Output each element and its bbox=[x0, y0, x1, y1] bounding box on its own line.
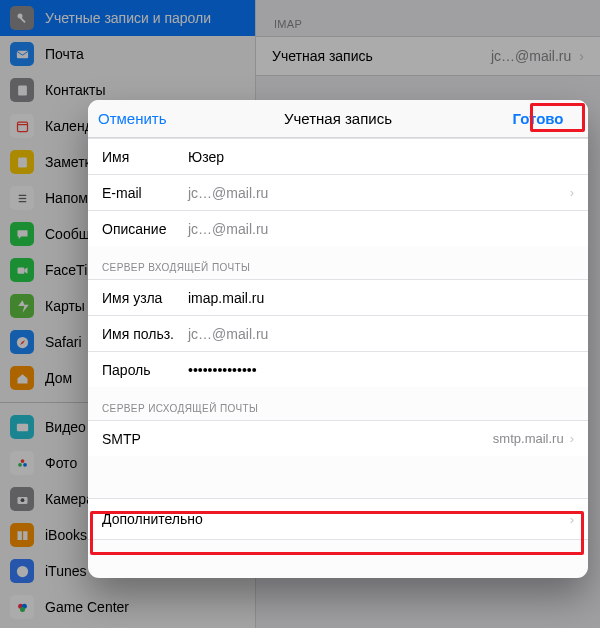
incoming-user-label: Имя польз. bbox=[102, 326, 188, 342]
incoming-header: СЕРВЕР ВХОДЯЩЕЙ ПОЧТЫ bbox=[88, 246, 588, 279]
field-incoming-host[interactable]: Имя узла imap.mail.ru bbox=[88, 279, 588, 315]
sheet-navbar: Отменить Учетная запись Готово bbox=[88, 100, 588, 138]
field-incoming-user[interactable]: Имя польз. jс…@mail.ru bbox=[88, 315, 588, 351]
advanced-row[interactable]: Дополнительно › bbox=[88, 498, 588, 540]
incoming-host-label: Имя узла bbox=[102, 290, 188, 306]
advanced-label: Дополнительно bbox=[102, 511, 203, 527]
incoming-host-value: imap.mail.ru bbox=[188, 290, 574, 306]
chevron-right-icon: › bbox=[570, 185, 574, 200]
incoming-pass-label: Пароль bbox=[102, 362, 188, 378]
field-name-value: Юзер bbox=[188, 149, 574, 165]
field-description[interactable]: Описание jс…@mail.ru bbox=[88, 210, 588, 246]
sheet-title: Учетная запись bbox=[178, 110, 498, 127]
chevron-right-icon: › bbox=[570, 431, 574, 446]
field-name[interactable]: Имя Юзер bbox=[88, 138, 588, 174]
outgoing-header: СЕРВЕР ИСХОДЯЩЕЙ ПОЧТЫ bbox=[88, 387, 588, 420]
incoming-pass-value: •••••••••••••• bbox=[188, 362, 574, 378]
account-sheet: Отменить Учетная запись Готово Имя Юзер … bbox=[88, 100, 588, 578]
incoming-user-value: jс…@mail.ru bbox=[188, 326, 574, 342]
field-email-label: E-mail bbox=[102, 185, 188, 201]
field-description-label: Описание bbox=[102, 221, 188, 237]
done-button[interactable]: Готово bbox=[498, 110, 578, 127]
smtp-label: SMTP bbox=[102, 431, 188, 447]
field-smtp[interactable]: SMTP smtp.mail.ru › bbox=[88, 420, 588, 456]
smtp-value: smtp.mail.ru bbox=[493, 431, 564, 446]
field-description-value: jс…@mail.ru bbox=[188, 221, 574, 237]
cancel-button[interactable]: Отменить bbox=[98, 110, 178, 127]
field-name-label: Имя bbox=[102, 149, 188, 165]
field-email[interactable]: E-mail jс…@mail.ru › bbox=[88, 174, 588, 210]
chevron-right-icon: › bbox=[570, 512, 574, 527]
field-email-value: jс…@mail.ru bbox=[188, 185, 570, 201]
field-incoming-pass[interactable]: Пароль •••••••••••••• bbox=[88, 351, 588, 387]
